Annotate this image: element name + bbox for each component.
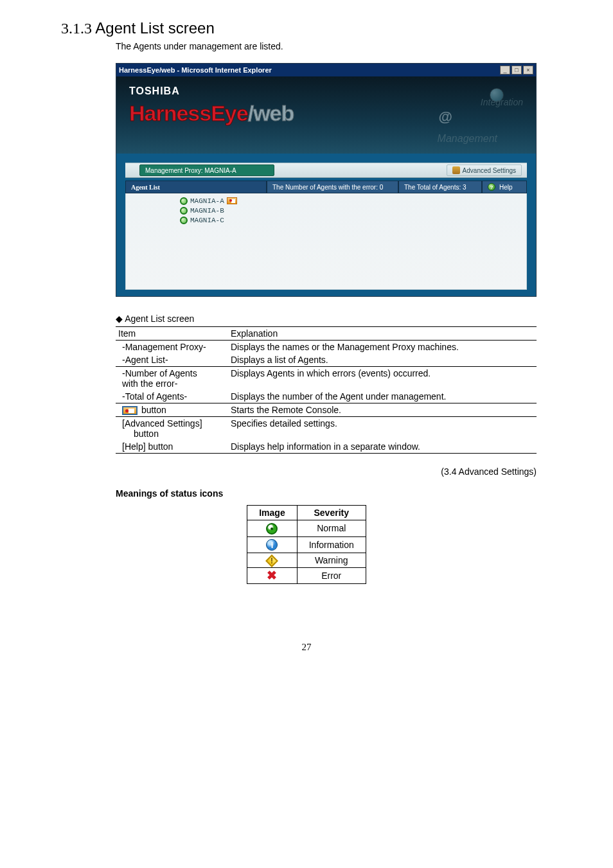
table-row: -Agent List- Displays a list of Agents. bbox=[116, 353, 537, 367]
table-row: Warning bbox=[247, 553, 366, 567]
help-icon: ? bbox=[488, 183, 495, 191]
hero-decoration: Integration @ Management bbox=[369, 83, 529, 147]
explanation-table: Item Explanation -Management Proxy- Disp… bbox=[116, 326, 537, 454]
page-number: 27 bbox=[61, 642, 552, 653]
window-title: HarnessEye/web - Microsoft Internet Expl… bbox=[119, 66, 499, 74]
diamond-icon: ◆ bbox=[116, 314, 123, 324]
ie-titlebar: HarnessEye/web - Microsoft Internet Expl… bbox=[116, 64, 536, 76]
help-button[interactable]: ? Help bbox=[482, 181, 527, 193]
severity-icon-cell bbox=[247, 553, 297, 567]
toolbar: Management Proxy: MAGNIA-A Advanced Sett… bbox=[125, 163, 527, 178]
exp-agent-list: Displays a list of Agents. bbox=[228, 353, 537, 367]
item-rc-button: button bbox=[116, 403, 228, 417]
table-row: [Help] button Displays help information … bbox=[116, 440, 537, 454]
agent-row[interactable]: MAGNIA-C bbox=[180, 215, 526, 225]
exp-advanced-settings: Specifies detailed settings. bbox=[228, 417, 537, 441]
deco-text-2: Management bbox=[438, 133, 497, 145]
severity-error: Error bbox=[297, 568, 366, 584]
status-normal-icon bbox=[180, 207, 188, 215]
ie-body: TOSHIBA HarnessEye/web Integration @ Man… bbox=[116, 76, 536, 290]
agent-row[interactable]: MAGNIA-B bbox=[180, 206, 526, 215]
section-subtitle: The Agents under management are listed. bbox=[116, 41, 552, 51]
deco-text-1: Integration bbox=[481, 97, 523, 107]
hero-banner: TOSHIBA HarnessEye/web Integration @ Man… bbox=[116, 76, 536, 154]
tools-icon bbox=[452, 166, 460, 174]
table-caption-text: Agent List screen bbox=[125, 314, 194, 324]
exp-rc-button: Starts the Remote Console. bbox=[228, 403, 537, 417]
exp-agents-error: Displays Agents in which errors (events)… bbox=[228, 367, 537, 391]
cross-reference: (3.4 Advanced Settings) bbox=[61, 466, 537, 477]
close-button[interactable]: × bbox=[523, 66, 533, 75]
ie-window: HarnessEye/web - Microsoft Internet Expl… bbox=[116, 63, 537, 297]
status-normal-icon bbox=[266, 523, 278, 535]
exp-management-proxy: Displays the names or the Management Pro… bbox=[228, 341, 537, 354]
table-row: i Information bbox=[247, 536, 366, 553]
agent-list-header: Agent List The Number of Agents with the… bbox=[125, 181, 527, 193]
th-explanation: Explanation bbox=[228, 327, 537, 341]
th-image: Image bbox=[247, 506, 297, 520]
table-row: [Advanced Settings]button Specifies deta… bbox=[116, 417, 537, 441]
help-label: Help bbox=[499, 184, 513, 191]
status-error-icon: ✖ bbox=[266, 570, 278, 581]
agent-total-count: The Total of Agents: 3 bbox=[398, 181, 482, 193]
screenshot-figure: HarnessEye/web - Microsoft Internet Expl… bbox=[116, 63, 537, 454]
section-heading: 3.1.3 Agent List screen bbox=[61, 19, 552, 37]
agent-name: MAGNIA-B bbox=[190, 207, 224, 215]
table-caption: ◆ Agent List screen bbox=[116, 314, 537, 324]
status-normal-icon bbox=[180, 217, 188, 224]
item-advanced-settings: [Advanced Settings]button bbox=[116, 417, 228, 441]
severity-normal: Normal bbox=[297, 520, 366, 536]
severity-icon-cell: i bbox=[247, 536, 297, 553]
status-icons-heading: Meanings of status icons bbox=[116, 488, 552, 499]
table-row: -Management Proxy- Displays the names or… bbox=[116, 341, 537, 354]
severity-icon-cell: ✖ bbox=[247, 568, 297, 584]
status-warning-icon bbox=[266, 554, 279, 567]
agent-row[interactable]: MAGNIA-A bbox=[180, 196, 526, 206]
at-icon: @ bbox=[439, 109, 452, 125]
th-item: Item bbox=[116, 327, 228, 341]
item-agents-error: -Number of Agentswith the error- bbox=[116, 367, 228, 391]
exp-help-button: Displays help information in a separate … bbox=[228, 440, 537, 454]
table-row: button Starts the Remote Console. bbox=[116, 403, 537, 417]
product-logo-part2: /web bbox=[248, 101, 294, 125]
item-help-button: [Help] button bbox=[116, 440, 228, 454]
item-management-proxy: -Management Proxy- bbox=[116, 341, 228, 354]
advanced-settings-button[interactable]: Advanced Settings bbox=[447, 164, 522, 176]
agent-list-title: Agent List bbox=[125, 181, 267, 193]
table-row: ✖ Error bbox=[247, 568, 366, 584]
item-total-agents: -Total of Agents- bbox=[116, 390, 228, 403]
table-row: Image Severity bbox=[247, 506, 366, 520]
management-proxy-label: Management Proxy: MAGNIA-A bbox=[139, 164, 274, 176]
maximize-button[interactable]: □ bbox=[511, 66, 522, 75]
table-row: Item Explanation bbox=[116, 327, 537, 341]
table-row: -Number of Agentswith the error- Display… bbox=[116, 367, 537, 391]
remote-console-icon[interactable] bbox=[227, 197, 237, 204]
severity-icon-cell bbox=[247, 520, 297, 536]
agent-name: MAGNIA-C bbox=[190, 217, 224, 224]
agent-list-body: MAGNIA-A MAGNIA-B MAGNIA-C bbox=[125, 193, 527, 290]
remote-console-icon bbox=[122, 406, 138, 415]
severity-table: Image Severity Normal i Information Warn… bbox=[247, 505, 366, 584]
advanced-settings-label: Advanced Settings bbox=[463, 167, 516, 174]
agent-error-count: The Number of Agents with the error: 0 bbox=[267, 181, 398, 193]
section-title: Agent List screen bbox=[95, 19, 214, 37]
minimize-button[interactable]: _ bbox=[500, 66, 510, 75]
item-agent-list: -Agent List- bbox=[116, 353, 228, 367]
severity-info: Information bbox=[297, 536, 366, 553]
section-number: 3.1.3 bbox=[61, 20, 92, 37]
agent-name: MAGNIA-A bbox=[190, 197, 224, 205]
table-row: -Total of Agents- Displays the number of… bbox=[116, 390, 537, 403]
status-info-icon: i bbox=[266, 539, 278, 551]
table-row: Normal bbox=[247, 520, 366, 536]
exp-total-agents: Displays the number of the Agent under m… bbox=[228, 390, 537, 403]
severity-warning: Warning bbox=[297, 553, 366, 567]
product-logo-part1: HarnessEye bbox=[129, 101, 248, 125]
status-normal-icon bbox=[180, 197, 188, 205]
th-severity: Severity bbox=[297, 506, 366, 520]
